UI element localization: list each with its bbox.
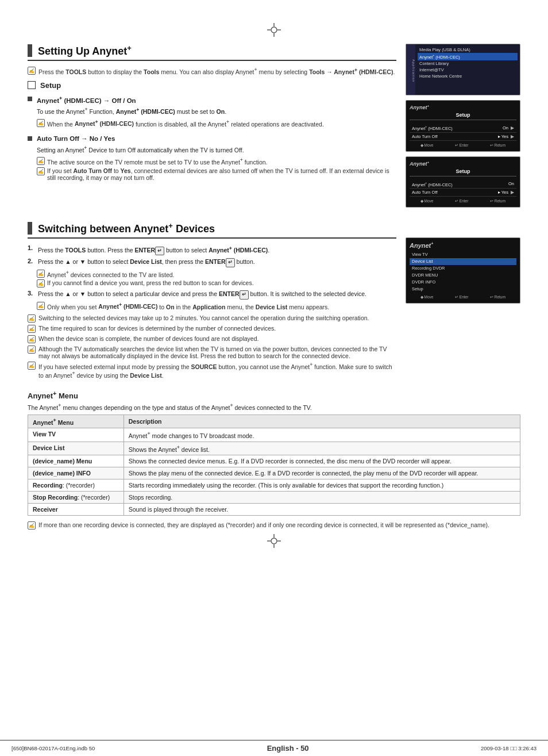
subsection1-body: To use the Anynet+ Function, Anynet+ (HD… — [37, 106, 396, 116]
page-footer: [650]BN68-02017A-01Eng.indb 50 English -… — [0, 740, 548, 756]
table-row: Recording: (*recorder) Starts recording … — [28, 479, 520, 492]
note1-row: ✍ When the Anynet+ (HDMI-CEC) function i… — [37, 119, 396, 128]
subsection1-bar — [28, 97, 32, 101]
step2: 2. Press the ▲ or ▼ button to select Dev… — [28, 258, 396, 267]
step1-num: 1. — [28, 244, 38, 251]
tv-setup1-row1: Anynet+ (HDMI-CEC) On ▶ — [410, 124, 516, 133]
tv-setup1-footer: ◆ Move ↵ Enter ↩ Return — [410, 143, 516, 148]
tv-anynet-view-tv: View TV — [410, 251, 516, 258]
arrow-icon3: ▶ — [511, 190, 514, 195]
tv-footer-enter: ↵ Enter — [455, 143, 468, 148]
note3-row: ✍ If you set Auto Turn Off to Yes, conne… — [37, 167, 396, 181]
tv-item-home: Home Network Centre — [418, 73, 518, 79]
gen-note2: ✍ The time required to scan for devices … — [28, 325, 396, 333]
table-menu-devinfo: (device_name) INFO — [28, 467, 124, 479]
note2-row: ✍ The active source on the TV remote mus… — [37, 157, 396, 166]
enter-icon2: ↵ — [226, 258, 235, 267]
step1: 1. Press the TOOLS button. Press the ENT… — [28, 244, 396, 255]
bottom-note-icon: ✍ — [28, 521, 36, 529]
subsection2-title: Auto Turn Off → No / Yes — [37, 135, 115, 142]
setup-label: Setup — [40, 81, 61, 90]
section1-main: Setting Up Anynet+ ✍ Press the TOOLS but… — [28, 44, 396, 212]
table-desc-recording: Starts recording immediately using the r… — [124, 479, 520, 492]
step2-note1-text: Anynet+ devices connected to the TV are … — [47, 270, 175, 278]
step2-content: Press the ▲ or ▼ button to select Device… — [38, 258, 255, 267]
tv-setup1-logo: Anynet+ — [410, 104, 516, 110]
tv-setup2-row1: Anynet+ (HDMI-CEC) On — [410, 180, 516, 189]
section2-main: Switching between Anynet+ Devices 1. Pre… — [28, 221, 396, 381]
tv-setup2-label2: Auto Turn Off — [412, 190, 437, 195]
note2-icon: ✍ — [37, 157, 45, 165]
tv-app-sidebar: Application — [406, 44, 415, 95]
note1-icon: ✍ — [37, 119, 45, 127]
section1-title: Setting Up Anynet+ — [38, 44, 132, 57]
setup-check: Setup — [28, 81, 396, 90]
tv-anynet-dvdr-menu: DVDR MENU — [410, 272, 516, 279]
intro-note: ✍ Press the TOOLS button to display the … — [28, 67, 396, 75]
tv-setup2-label1: Anynet+ (HDMI-CEC) — [412, 181, 453, 187]
step2-note2: ✍ If you cannot find a device you want, … — [37, 279, 396, 287]
section1-header: Setting Up Anynet+ — [28, 44, 396, 61]
crosshair-bottom-icon — [267, 534, 281, 548]
tv-setup1-row2: Auto Turn Off ▸ Yes ▶ — [410, 133, 516, 141]
gen-note1-text: Switching to the selected devices may ta… — [38, 314, 369, 321]
tv-screen-setup2: Anynet+ Setup Anynet+ (HDMI-CEC) On Auto… — [406, 156, 520, 208]
table-desc-receiver: Sound is played through the receiver. — [124, 504, 520, 516]
setup-checkbox-icon — [28, 81, 36, 89]
anynet-menu-section: Anynet+ Menu The Anynet+ menu changes de… — [28, 390, 520, 529]
table-row: Device List Shows the Anynet+ device lis… — [28, 442, 520, 455]
step1-content: Press the TOOLS button. Press the ENTER↵… — [38, 244, 269, 255]
table-menu-recording: Recording: (*recorder) — [28, 479, 124, 492]
table-desc-stoprecording: Stops recording. — [124, 492, 520, 504]
subsection1-title: Anynet+ (HDMI-CEC) → Off / On — [37, 95, 136, 104]
arrow-icon2: ▶ — [511, 134, 514, 139]
subsection1-header: Anynet+ (HDMI-CEC) → Off / On — [28, 95, 396, 104]
tv-setup1-title: Setup — [410, 112, 516, 120]
step3-note-icon: ✍ — [37, 302, 45, 310]
svg-point-5 — [271, 538, 277, 544]
section2-title: Switching between Anynet+ Devices — [38, 221, 215, 235]
footer-right: 2009-03-18 □□ 3:26:43 — [481, 745, 537, 751]
bottom-note-text: If more than one recording device is con… — [38, 521, 489, 528]
tv-setup1-label1: Anynet+ (HDMI-CEC) — [412, 125, 453, 131]
tv-anynet-device-list: Device List — [410, 258, 516, 265]
step3-note: ✍ Only when you set Anynet+ (HDMI-CEC) t… — [37, 302, 396, 310]
table-menu-devmenu: (device_name) Menu — [28, 455, 124, 467]
step3-note-text: Only when you set Anynet+ (HDMI-CEC) to … — [47, 302, 329, 310]
gen-note4-text: Although the TV automatically searches t… — [38, 346, 396, 359]
tv-screen-app: Application Media Play (USB & DLNA) Anyn… — [406, 44, 520, 95]
note-icon-intro: ✍ — [28, 67, 36, 75]
tv-setup1-val2: ▸ Yes ▶ — [498, 134, 514, 139]
table-menu-stoprecording: Stop Recording: (*recorder) — [28, 492, 124, 504]
table-row: Stop Recording: (*recorder) Stops record… — [28, 492, 520, 504]
gen-note2-icon: ✍ — [28, 325, 36, 333]
tv-setup2-footer: ◆ Move ↵ Enter ↩ Return — [410, 199, 516, 204]
tv-anynet-move: ◆ Move — [420, 295, 434, 300]
note3-icon: ✍ — [37, 167, 45, 175]
tv-setup2-logo: Anynet+ — [410, 160, 516, 167]
tv-footer2-return: ↩ Return — [490, 199, 505, 204]
gen-note4-icon: ✍ — [28, 346, 36, 354]
gen-note3-icon: ✍ — [28, 335, 36, 343]
tv-anynet-footer: ◆ Move ↵ Enter ↩ Return — [410, 295, 516, 300]
tv-footer2-move: ◆ Move — [420, 199, 434, 204]
tv-anynet-dvdr-info: DVDR INFO — [410, 279, 516, 286]
tv-footer2-enter: ↵ Enter — [455, 199, 468, 204]
section1-bar — [28, 44, 32, 57]
table-menu-viewtv: View TV — [28, 428, 124, 442]
table-col2-header: Description — [124, 415, 520, 428]
table-desc-viewtv: Anynet+ mode changes to TV broadcast mod… — [124, 428, 520, 442]
note2-text: The active source on the TV remote must … — [47, 157, 268, 166]
tv-footer-move: ◆ Move — [420, 143, 434, 148]
page: Setting Up Anynet+ ✍ Press the TOOLS but… — [0, 0, 548, 756]
tv-item-media: Media Play (USB & DLNA) — [418, 47, 518, 53]
tv-setup2-val1: On — [508, 181, 514, 186]
top-decoration — [28, 23, 520, 38]
gen-note2-text: The time required to scan for devices is… — [38, 325, 276, 332]
bottom-decoration — [28, 534, 520, 549]
enter-icon1: ↵ — [155, 247, 164, 256]
table-desc-devicelist: Shows the Anynet+ device list. — [124, 442, 520, 455]
section1-screenshots: Application Media Play (USB & DLNA) Anyn… — [406, 44, 520, 212]
table-col1-header: Anynet+ Menu — [28, 415, 124, 428]
subsection2-body: Setting an Anynet+ Device to turn Off au… — [37, 144, 396, 155]
